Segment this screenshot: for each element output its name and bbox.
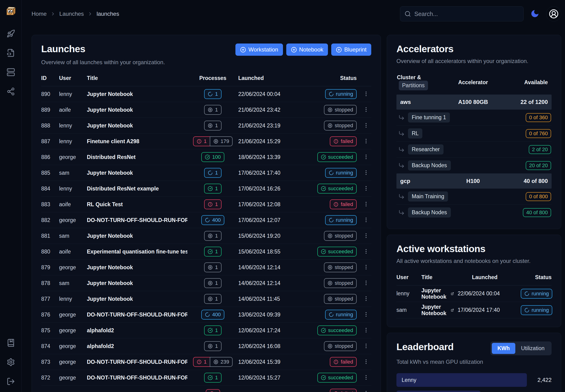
row-menu-button[interactable]: [363, 390, 370, 392]
row-menu-button[interactable]: [363, 153, 370, 161]
partition-row[interactable]: Fine tunning 1 0 of 360: [396, 110, 551, 126]
launch-row[interactable]: 875 george alphafold2 1 12/06/2024 17:24…: [41, 323, 371, 338]
partition-row[interactable]: Researcher 2 of 20: [396, 141, 551, 157]
launch-row[interactable]: 890 lenny Jupyter Notebook 1 22/06/2024 …: [41, 86, 371, 102]
row-menu-button[interactable]: [363, 279, 370, 287]
badge-label: succeeded: [328, 185, 353, 192]
row-menu-button[interactable]: [363, 311, 370, 319]
launch-row[interactable]: 880 aoife Experimental quantisation fine…: [41, 244, 371, 260]
server-icon[interactable]: [6, 68, 15, 77]
toggle-kwh[interactable]: KWh: [492, 343, 515, 354]
ellipsis-vertical-icon: [363, 359, 369, 365]
launch-row[interactable]: 877 lenny Jupyter Notebook 1 14/06/2024 …: [41, 291, 371, 307]
launch-user: george: [59, 375, 83, 381]
launch-processes: 1239: [192, 357, 234, 367]
row-menu-button[interactable]: [363, 106, 370, 114]
partition-row[interactable]: RL 0 of 760: [396, 126, 551, 141]
row-menu-button[interactable]: [363, 122, 370, 130]
launch-row[interactable]: failed: [41, 386, 371, 392]
partition-row[interactable]: Backup Nodes 40 of 800: [396, 205, 551, 220]
launch-status: stopped: [310, 105, 357, 115]
launch-row[interactable]: 872 george DO-NOT-TURN-OFF-SHOULD-RUN-FO…: [41, 370, 371, 386]
launch-row[interactable]: 885 sam Jupyter Notebook 1 17/06/2024 17…: [41, 165, 371, 181]
logout-icon[interactable]: [6, 377, 15, 386]
row-menu-button[interactable]: [363, 295, 370, 303]
badge-label: 1: [215, 327, 218, 334]
stop-circle-icon: [327, 296, 333, 301]
row-menu-button[interactable]: [363, 374, 370, 382]
badge-label: 400: [212, 312, 221, 318]
launch-status: failed: [310, 199, 357, 209]
launch-row[interactable]: 883 aoife RL Quick Test 1 17/06/2024 12:…: [41, 196, 371, 212]
launch-row[interactable]: 884 lenny Distributed ResNet example 1 1…: [41, 181, 371, 196]
launch-processes: 1: [192, 168, 234, 178]
partitions-chip[interactable]: Partitions: [399, 81, 428, 90]
user-avatar[interactable]: [546, 6, 561, 21]
row-menu-button[interactable]: [363, 90, 370, 98]
user-circle-icon: [549, 9, 559, 19]
row-menu-button[interactable]: [363, 326, 370, 334]
breadcrumb-launches[interactable]: Launches: [59, 11, 84, 17]
cluster-row[interactable]: aws A100 80GB 22 of 1200: [396, 95, 551, 110]
book-icon[interactable]: [6, 338, 15, 347]
stopped-badge: stopped: [324, 231, 357, 241]
workstation-title-link[interactable]: Jupyter Notebook: [421, 287, 454, 300]
launch-launched: 12/06/2024 16:08: [238, 343, 305, 350]
badge-label: 1: [215, 107, 218, 113]
launch-launched: 15/06/2024 19:20: [238, 233, 305, 239]
new-blueprint-button[interactable]: Blueprint: [331, 43, 371, 56]
row-menu-button[interactable]: [363, 185, 370, 193]
launch-row[interactable]: 879 george Jupyter Notebook 1 14/06/2024…: [41, 260, 371, 275]
launch-row[interactable]: 888 lenny Jupyter Notebook 1 21/06/2024 …: [41, 118, 371, 134]
row-menu-button[interactable]: [363, 232, 370, 240]
row-menu-button[interactable]: [363, 137, 370, 145]
row-menu-button[interactable]: [363, 263, 370, 271]
settings-gear-icon[interactable]: [6, 358, 15, 367]
row-menu-button[interactable]: [363, 216, 370, 224]
network-icon[interactable]: [6, 87, 15, 96]
launch-row[interactable]: 887 lenny Finetune client A298 1179 21/0…: [41, 134, 371, 149]
partition-row[interactable]: Main Training 0 of 800: [396, 189, 551, 205]
file-code-icon[interactable]: [6, 48, 15, 57]
row-menu-button[interactable]: [363, 200, 370, 208]
launch-status: succeeded: [310, 152, 357, 162]
accelerators-panel: Accelerators Overview of all accelerator…: [387, 35, 561, 229]
workstation-row[interactable]: lenny Jupyter Notebook 22/06/2024 00:04 …: [396, 285, 551, 302]
row-menu-button[interactable]: [363, 169, 370, 177]
launch-row[interactable]: 889 aoife Jupyter Notebook 1 21/06/2024 …: [41, 102, 371, 118]
launch-row[interactable]: 881 sam Jupyter Notebook 1 15/06/2024 19…: [41, 228, 371, 244]
partition-available-badge: 0 of 800: [526, 192, 551, 201]
launch-status: succeeded: [310, 373, 357, 383]
toggle-utilization[interactable]: Utilization: [515, 343, 550, 354]
cluster-row[interactable]: gcp H100 40 of 800: [396, 174, 551, 189]
succeeded-badge: 1: [204, 325, 221, 335]
check-circle-icon: [208, 249, 213, 254]
launch-row[interactable]: 873 george DO-NOT-TURN-OFF-SHOULD-RUN-FO…: [41, 354, 371, 370]
launch-row[interactable]: 878 sam Jupyter Notebook 1 14/06/2024 12…: [41, 275, 371, 291]
launch-row[interactable]: 886 george Distributed ResNet 100 18/06/…: [41, 149, 371, 165]
partition-row[interactable]: Backup Nodes 20 of 20: [396, 157, 551, 174]
dark-mode-moon-icon[interactable]: [530, 9, 540, 19]
chevron-right-icon: [50, 11, 56, 16]
launch-row[interactable]: 882 george DO-NOT-TURN-OFF-SHOULD-RUN-FO…: [41, 212, 371, 228]
row-menu-button[interactable]: [363, 358, 370, 366]
row-menu-button[interactable]: [363, 342, 370, 350]
new-workstation-button[interactable]: Workstation: [236, 43, 283, 56]
new-notebook-button[interactable]: Notebook: [286, 43, 328, 56]
launch-row[interactable]: 874 george alphafold2 1 12/06/2024 16:08…: [41, 338, 371, 354]
cluster-name: aws: [400, 99, 446, 105]
running-badge: running: [325, 89, 357, 99]
launch-user: lenny: [59, 185, 83, 192]
corner-down-right-icon: [398, 130, 405, 137]
ellipsis-vertical-icon: [363, 390, 369, 392]
rocket-icon[interactable]: [6, 29, 15, 38]
workstation-row[interactable]: sam Jupyter Notebook 17/06/2024 17:40 ru…: [396, 302, 551, 318]
search-input[interactable]: [414, 11, 519, 17]
launch-row[interactable]: 876 george DO-NOT-TURN-OFF-SHOULD-RUN-FO…: [41, 307, 371, 323]
workstation-title-link[interactable]: Jupyter Notebook: [421, 304, 454, 317]
app-logo-box-icon[interactable]: [5, 5, 17, 17]
row-menu-button[interactable]: [363, 248, 370, 256]
failed-badge: [206, 389, 220, 392]
check-circle-icon: [321, 249, 326, 254]
breadcrumb-home[interactable]: Home: [31, 11, 47, 17]
